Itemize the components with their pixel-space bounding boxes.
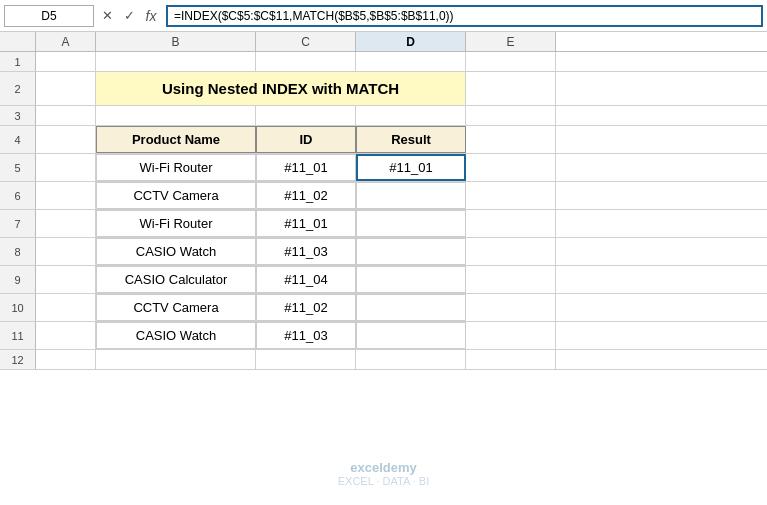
formula-icons: ✕ ✓ fx — [98, 7, 160, 25]
cell-d1[interactable] — [356, 52, 466, 71]
cell-b11[interactable]: CASIO Watch — [96, 322, 256, 349]
name-box[interactable]: D5 — [4, 5, 94, 27]
fx-icon[interactable]: fx — [142, 7, 160, 25]
cell-e10[interactable] — [466, 294, 556, 321]
col-header-a: A — [36, 32, 96, 51]
cell-d10[interactable] — [356, 294, 466, 321]
cell-d6[interactable] — [356, 182, 466, 209]
cancel-icon[interactable]: ✕ — [98, 7, 116, 25]
row-3: 3 — [0, 106, 767, 126]
cell-c7[interactable]: #11_01 — [256, 210, 356, 237]
cell-b6[interactable]: CCTV Camera — [96, 182, 256, 209]
cell-title[interactable]: Using Nested INDEX with MATCH — [96, 72, 466, 105]
row-header-6: 6 — [0, 182, 36, 209]
cell-b12[interactable] — [96, 350, 256, 369]
cell-a10[interactable] — [36, 294, 96, 321]
col-header-c: C — [256, 32, 356, 51]
col-header-e: E — [466, 32, 556, 51]
row-2: 2 Using Nested INDEX with MATCH — [0, 72, 767, 106]
cell-a2[interactable] — [36, 72, 96, 105]
row-10: 10 CCTV Camera #11_02 — [0, 294, 767, 322]
cell-c10[interactable]: #11_02 — [256, 294, 356, 321]
row-header-5: 5 — [0, 154, 36, 181]
cell-d11[interactable] — [356, 322, 466, 349]
cell-a5[interactable] — [36, 154, 96, 181]
cell-d7[interactable] — [356, 210, 466, 237]
cell-c4-header[interactable]: ID — [256, 126, 356, 153]
cell-a8[interactable] — [36, 238, 96, 265]
cell-c11[interactable]: #11_03 — [256, 322, 356, 349]
row-header-10: 10 — [0, 294, 36, 321]
spreadsheet: A B C D E 1 2 Using Nested INDEX with MA… — [0, 32, 767, 505]
cell-e3[interactable] — [466, 106, 556, 125]
cell-a12[interactable] — [36, 350, 96, 369]
col-header-d: D — [356, 32, 466, 51]
cell-b10[interactable]: CCTV Camera — [96, 294, 256, 321]
cell-e4[interactable] — [466, 126, 556, 153]
rows-container: 1 2 Using Nested INDEX with MATCH 3 — [0, 52, 767, 505]
row-header-2: 2 — [0, 72, 36, 105]
row-header-8: 8 — [0, 238, 36, 265]
row-9: 9 CASIO Calculator #11_04 — [0, 266, 767, 294]
cell-c6[interactable]: #11_02 — [256, 182, 356, 209]
row-header-1: 1 — [0, 52, 36, 71]
cell-c1[interactable] — [256, 52, 356, 71]
formula-bar-container: D5 ✕ ✓ fx =INDEX($C$5:$C$11,MATCH($B$5,$… — [0, 0, 767, 32]
cell-e5[interactable] — [466, 154, 556, 181]
cell-e12[interactable] — [466, 350, 556, 369]
cell-e11[interactable] — [466, 322, 556, 349]
cell-e9[interactable] — [466, 266, 556, 293]
row-header-12: 12 — [0, 350, 36, 369]
row-5: 5 Wi-Fi Router #11_01 #11_01 — [0, 154, 767, 182]
cell-d5[interactable]: #11_01 — [356, 154, 466, 181]
row-11: 11 CASIO Watch #11_03 — [0, 322, 767, 350]
row-header-7: 7 — [0, 210, 36, 237]
cell-d4-header[interactable]: Result — [356, 126, 466, 153]
cell-b1[interactable] — [96, 52, 256, 71]
cell-a9[interactable] — [36, 266, 96, 293]
cell-e2[interactable] — [466, 72, 556, 105]
col-header-b: B — [96, 32, 256, 51]
cell-a11[interactable] — [36, 322, 96, 349]
row-8: 8 CASIO Watch #11_03 — [0, 238, 767, 266]
row-6: 6 CCTV Camera #11_02 — [0, 182, 767, 210]
cell-c12[interactable] — [256, 350, 356, 369]
cell-d12[interactable] — [356, 350, 466, 369]
cell-a3[interactable] — [36, 106, 96, 125]
cell-e6[interactable] — [466, 182, 556, 209]
cell-a7[interactable] — [36, 210, 96, 237]
cell-d9[interactable] — [356, 266, 466, 293]
row-header-9: 9 — [0, 266, 36, 293]
row-header-4: 4 — [0, 126, 36, 153]
cell-b5[interactable]: Wi-Fi Router — [96, 154, 256, 181]
cell-b7[interactable]: Wi-Fi Router — [96, 210, 256, 237]
row-4: 4 Product Name ID Result — [0, 126, 767, 154]
corner-cell — [0, 32, 36, 51]
row-header-3: 3 — [0, 106, 36, 125]
row-header-11: 11 — [0, 322, 36, 349]
cell-a6[interactable] — [36, 182, 96, 209]
cell-b8[interactable]: CASIO Watch — [96, 238, 256, 265]
cell-e7[interactable] — [466, 210, 556, 237]
cell-c5[interactable]: #11_01 — [256, 154, 356, 181]
cell-b9[interactable]: CASIO Calculator — [96, 266, 256, 293]
row-1: 1 — [0, 52, 767, 72]
cell-b4-header[interactable]: Product Name — [96, 126, 256, 153]
row-12: 12 — [0, 350, 767, 370]
cell-c3[interactable] — [256, 106, 356, 125]
cell-e8[interactable] — [466, 238, 556, 265]
cell-c9[interactable]: #11_04 — [256, 266, 356, 293]
column-headers: A B C D E — [0, 32, 767, 52]
cell-d8[interactable] — [356, 238, 466, 265]
cell-a1[interactable] — [36, 52, 96, 71]
confirm-icon[interactable]: ✓ — [120, 7, 138, 25]
row-7: 7 Wi-Fi Router #11_01 — [0, 210, 767, 238]
cell-c8[interactable]: #11_03 — [256, 238, 356, 265]
cell-a4[interactable] — [36, 126, 96, 153]
cell-b3[interactable] — [96, 106, 256, 125]
formula-input[interactable]: =INDEX($C$5:$C$11,MATCH($B$5,$B$5:$B$11,… — [166, 5, 763, 27]
cell-e1[interactable] — [466, 52, 556, 71]
cell-d3[interactable] — [356, 106, 466, 125]
